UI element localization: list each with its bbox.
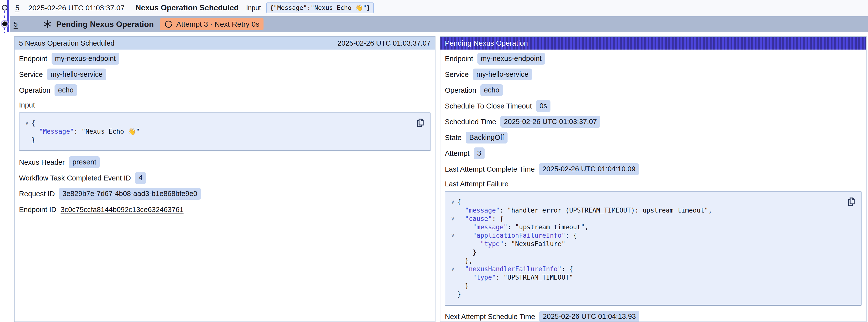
field-value-badge: my-nexus-endpoint: [477, 53, 545, 64]
code-text: "message": "handler error (UPSTREAM_TIME…: [457, 206, 712, 215]
field-label: State: [445, 134, 462, 142]
code-text: }: [31, 136, 35, 144]
code-text: "applicationFailureInfo": {: [457, 231, 577, 240]
collapse-chevron-icon[interactable]: ∨: [448, 198, 457, 206]
pending-operation-detail-panel: Pending Nexus Operation Endpointmy-nexus…: [440, 36, 867, 322]
field-row-service: Servicemy-hello-service: [445, 67, 862, 82]
field-row-attempt: Attempt3: [445, 146, 862, 161]
code-text: "cause": {: [457, 215, 503, 223]
code-gutter: [23, 127, 31, 136]
event-title: Nexus Operation Scheduled: [135, 3, 239, 12]
code-line: }: [448, 248, 845, 256]
field-label: Input: [19, 101, 35, 109]
field-value-badge: 4: [135, 172, 146, 184]
code-text: "message": "upstream timeout",: [457, 223, 588, 231]
code-line: ∨ "applicationFailureInfo": {: [448, 231, 845, 240]
event-row-pending-nexus-operation[interactable]: 5 Pending Nexus Operation Attempt 3 · Ne…: [10, 16, 868, 32]
field-value-badge: 2025-02-26 UTC 01:03:37.07: [500, 116, 600, 127]
event-row-nexus-operation-scheduled[interactable]: 5 2025-02-26 UTC 01:03:37.07 Nexus Opera…: [10, 0, 868, 16]
field-label: Nexus Header: [19, 158, 65, 166]
field-label: Attempt: [445, 150, 469, 158]
code-gutter: [448, 282, 457, 290]
code-text: }: [457, 248, 476, 256]
field-label: Schedule To Close Timeout: [445, 102, 532, 110]
attempt-badge-label: Attempt 3 · Next Retry 0s: [176, 20, 259, 28]
endpoint-id-link[interactable]: 3c0c75ccfa8144b092c13ce632463761: [61, 205, 184, 214]
input-value-badge: {"Message":"Nexus Echo 👋"}: [266, 2, 374, 13]
field-value-badge: my-hello-service: [473, 68, 532, 80]
code-text: }: [457, 290, 461, 298]
code-line: }: [448, 290, 845, 298]
code-line: ∨{: [23, 119, 414, 127]
code-line: "message": "upstream timeout",: [448, 223, 845, 231]
detail-panels: 5 Nexus Operation Scheduled 2025-02-26 U…: [14, 36, 867, 322]
code-text: }: [457, 282, 469, 290]
json-code-block: ∨{ "message": "handler error (UPSTREAM_T…: [445, 191, 862, 306]
field-row-scheduled-time: Scheduled Time2025-02-26 UTC 01:03:37.07: [445, 114, 862, 130]
copy-icon[interactable]: [847, 197, 856, 206]
event-id-link[interactable]: 5: [15, 4, 20, 12]
event-id-link[interactable]: 5: [13, 20, 18, 28]
field-label: Scheduled Time: [445, 118, 496, 126]
code-text: "type": "UPSTREAM_TIMEOUT": [457, 273, 573, 282]
field-value-badge: 2025-02-26 UTC 01:04:10.09: [539, 163, 639, 175]
field-value-badge: 3: [474, 148, 485, 159]
code-gutter: [448, 248, 457, 256]
code-gutter: [23, 136, 31, 144]
field-label: Endpoint: [19, 55, 48, 63]
field-row-last-attempt-failure: Last Attempt Failure: [445, 177, 862, 191]
field-label: Service: [19, 70, 43, 79]
code-line: ∨{: [448, 198, 845, 206]
code-gutter: [448, 290, 457, 298]
code-line: ∨ "cause": {: [448, 215, 845, 223]
code-text: "type": "NexusFailure": [457, 240, 565, 248]
code-gutter: [448, 206, 457, 215]
panel-title: 5 Nexus Operation Scheduled: [19, 39, 115, 47]
field-row-state: StateBackingOff: [445, 130, 862, 146]
code-line: "Message": "Nexus Echo 👋": [23, 127, 414, 136]
field-value-badge: my-hello-service: [47, 68, 106, 80]
collapse-chevron-icon[interactable]: ∨: [448, 231, 457, 240]
field-row-workflow-task-completed-event-id: Workflow Task Completed Event ID4: [19, 170, 431, 186]
timeline-bar: [7, 0, 9, 32]
attempt-retry-badge: Attempt 3 · Next Retry 0s: [160, 18, 264, 30]
field-label: Last Attempt Failure: [445, 180, 508, 188]
field-row-nexus-header: Nexus Headerpresent: [19, 154, 431, 170]
code-gutter: [448, 256, 457, 265]
event-timestamp: 2025-02-26 UTC 01:03:37.07: [28, 4, 125, 12]
code-gutter: [448, 240, 457, 248]
field-label: Operation: [19, 86, 50, 94]
field-label: Workflow Task Completed Event ID: [19, 174, 131, 182]
pending-asterisk-icon: [42, 19, 52, 29]
code-text: "nexusHandlerFailureInfo": {: [457, 265, 573, 273]
code-line: ∨ "nexusHandlerFailureInfo": {: [448, 265, 845, 273]
code-line: "type": "NexusFailure": [448, 240, 845, 248]
code-line: "type": "UPSTREAM_TIMEOUT": [448, 273, 845, 282]
code-text: {: [31, 119, 35, 127]
collapse-chevron-icon[interactable]: ∨: [448, 265, 457, 273]
field-row-operation: Operationecho: [19, 82, 431, 98]
field-value-badge: 3e829b7e-7d67-4b08-aad3-b1e868bfe9e0: [59, 188, 201, 199]
selected-event-marker-icon: [2, 22, 7, 26]
code-line: },: [448, 256, 845, 265]
field-row-last-attempt-complete-time: Last Attempt Complete Time2025-02-26 UTC…: [445, 161, 862, 177]
code-gutter: [448, 223, 457, 231]
collapse-chevron-icon[interactable]: ∨: [448, 215, 457, 223]
panel-timestamp: 2025-02-26 UTC 01:03:37.07: [338, 39, 431, 47]
code-line: "message": "handler error (UPSTREAM_TIME…: [448, 206, 845, 215]
field-label: Endpoint ID: [19, 205, 57, 214]
field-value-badge: my-nexus-endpoint: [52, 53, 119, 64]
collapse-chevron-icon[interactable]: ∨: [23, 119, 31, 127]
field-label: Operation: [445, 86, 476, 94]
code-line: }: [448, 282, 845, 290]
code-text: "Message": "Nexus Echo 👋": [31, 127, 140, 136]
pending-panel-header: Pending Nexus Operation: [440, 37, 866, 50]
field-value-badge: echo: [480, 84, 503, 96]
retry-arrow-icon: [164, 20, 173, 28]
field-value-badge: BackingOff: [466, 132, 507, 143]
field-label: Service: [445, 70, 469, 79]
copy-icon[interactable]: [416, 118, 425, 128]
code-text: },: [457, 256, 473, 265]
field-row-operation: Operationecho: [445, 82, 862, 98]
panel-title: Pending Nexus Operation: [445, 39, 528, 47]
